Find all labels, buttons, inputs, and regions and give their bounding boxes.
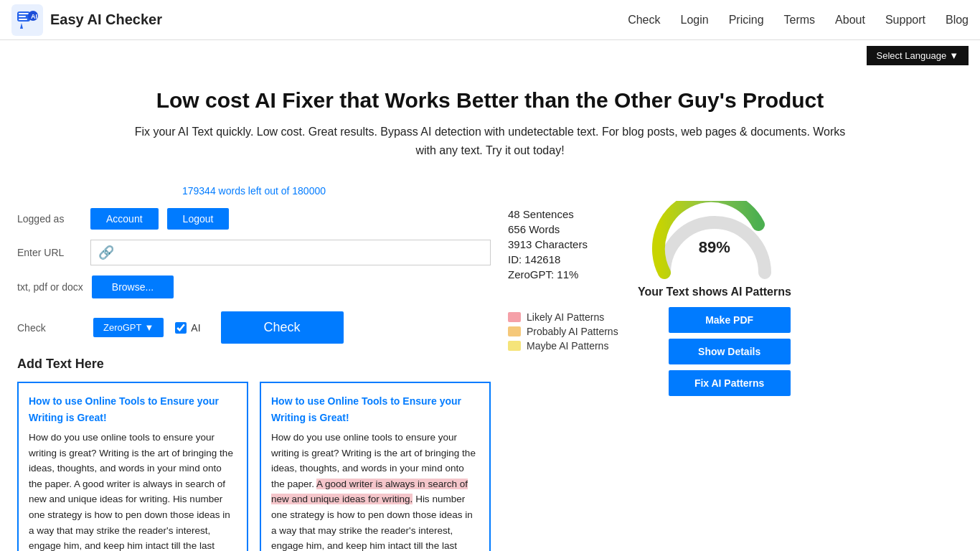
legend-item-2: Maybe AI Patterns bbox=[508, 340, 618, 352]
check-label: Check bbox=[17, 322, 82, 334]
add-text-label: Add Text Here bbox=[17, 357, 491, 372]
nav-support[interactable]: Support bbox=[885, 14, 925, 26]
words-counter: 179344 words left out of 180000 bbox=[17, 185, 491, 197]
select-language-button[interactable]: Select Language ▼ bbox=[867, 46, 969, 65]
text-col-left[interactable]: How to use Online Tools to Ensure your W… bbox=[17, 382, 248, 551]
hero-description: Fix your AI Text quickly. Low cost. Grea… bbox=[131, 123, 849, 159]
legend-actions-row: Likely AI Patterns Probably AI Patterns … bbox=[508, 307, 963, 396]
nav-pricing[interactable]: Pricing bbox=[729, 14, 764, 26]
gauge-title: Your Text shows AI Patterns bbox=[638, 286, 791, 298]
stats-row: 48 Sentences 656 Words 3913 Characters I… bbox=[508, 208, 588, 281]
hero-title: Low cost AI Fixer that Works Better than… bbox=[29, 88, 951, 113]
text-col-right-title: How to use Online Tools to Ensure your W… bbox=[271, 393, 479, 425]
legend-dot-2 bbox=[508, 341, 521, 351]
ai-checkbox[interactable] bbox=[175, 322, 187, 334]
text-col-right[interactable]: How to use Online Tools to Ensure your W… bbox=[260, 382, 491, 551]
legend-label-2: Maybe AI Patterns bbox=[527, 340, 608, 352]
stat-zerogpt: ZeroGPT: 11% bbox=[508, 268, 588, 281]
nav-login[interactable]: Login bbox=[680, 14, 708, 26]
check-button[interactable]: Check bbox=[221, 311, 344, 344]
url-text-input[interactable] bbox=[126, 247, 483, 259]
stat-words: 656 Words bbox=[508, 223, 588, 235]
show-details-button[interactable]: Show Details bbox=[669, 339, 791, 364]
browse-label: txt, pdf or docx bbox=[17, 281, 83, 293]
stat-characters: 3913 Characters bbox=[508, 238, 588, 250]
action-buttons: Make PDF Show Details Fix AI Patterns bbox=[669, 307, 791, 396]
text-col-left-title: How to use Online Tools to Ensure your W… bbox=[29, 393, 237, 425]
stat-sentences: 48 Sentences bbox=[508, 208, 588, 220]
url-label: Enter URL bbox=[17, 247, 82, 258]
make-pdf-button[interactable]: Make PDF bbox=[669, 307, 791, 333]
gauge-percent-label: 89% bbox=[699, 238, 730, 256]
main-area: 179344 words left out of 180000 Logged a… bbox=[0, 174, 980, 551]
zerogpt-select[interactable]: ZeroGPT ▼ bbox=[93, 318, 164, 337]
svg-rect-4 bbox=[19, 19, 27, 20]
legend-label-0: Likely AI Patterns bbox=[527, 311, 604, 323]
fix-ai-patterns-button[interactable]: Fix AI Patterns bbox=[669, 370, 791, 396]
browse-button[interactable]: Browse... bbox=[92, 276, 174, 298]
svg-rect-3 bbox=[19, 16, 26, 17]
legend-item-0: Likely AI Patterns bbox=[508, 311, 618, 323]
brand: AI Easy AI Checker bbox=[11, 4, 162, 36]
svg-text:AI: AI bbox=[31, 13, 37, 20]
logged-as-label: Logged as bbox=[17, 213, 82, 225]
text-col-right-body: How do you use online tools to ensure yo… bbox=[271, 430, 479, 551]
gauge-wrap: 89% bbox=[650, 201, 779, 280]
logged-as-row: Logged as Account Logout bbox=[17, 208, 491, 230]
logo-icon: AI bbox=[11, 4, 43, 36]
nav-terms[interactable]: Terms bbox=[784, 14, 816, 26]
legend-item-1: Probably AI Patterns bbox=[508, 326, 618, 337]
text-columns: How to use Online Tools to Ensure your W… bbox=[17, 382, 491, 551]
hero-section: Low cost AI Fixer that Works Better than… bbox=[0, 65, 980, 174]
legend-row: Likely AI Patterns Probably AI Patterns … bbox=[508, 311, 618, 352]
right-middle: 48 Sentences 656 Words 3913 Characters I… bbox=[508, 208, 963, 298]
nav-check[interactable]: Check bbox=[628, 14, 660, 26]
language-bar: Select Language ▼ bbox=[0, 40, 980, 65]
gauge-area: 89% Your Text shows AI Patterns bbox=[638, 201, 791, 298]
brand-name: Easy AI Checker bbox=[50, 11, 162, 28]
legend-dot-0 bbox=[508, 312, 521, 322]
nav-links: Check Login Pricing Terms About Support … bbox=[628, 14, 969, 27]
svg-rect-2 bbox=[19, 13, 29, 14]
account-button[interactable]: Account bbox=[90, 208, 159, 230]
legend-label-1: Probably AI Patterns bbox=[527, 326, 618, 337]
text-col-left-body: How do you use online tools to ensure yo… bbox=[29, 430, 237, 551]
link-icon: 🔗 bbox=[98, 245, 114, 260]
nav-about[interactable]: About bbox=[835, 14, 865, 26]
ai-checkbox-label[interactable]: AI bbox=[175, 322, 200, 334]
nav-blog[interactable]: Blog bbox=[946, 14, 969, 26]
navbar: AI Easy AI Checker Check Login Pricing T… bbox=[0, 0, 980, 40]
browse-row: txt, pdf or docx Browse... bbox=[17, 276, 491, 298]
url-row: Enter URL 🔗 bbox=[17, 240, 491, 265]
check-row: Check ZeroGPT ▼ AI Check bbox=[17, 311, 491, 344]
legend-dot-1 bbox=[508, 326, 521, 336]
url-input-wrapper: 🔗 bbox=[90, 240, 491, 265]
stat-id: ID: 142618 bbox=[508, 253, 588, 265]
right-panel: 48 Sentences 656 Words 3913 Characters I… bbox=[508, 185, 963, 551]
logout-button[interactable]: Logout bbox=[167, 208, 230, 230]
left-panel: 179344 words left out of 180000 Logged a… bbox=[17, 185, 491, 551]
